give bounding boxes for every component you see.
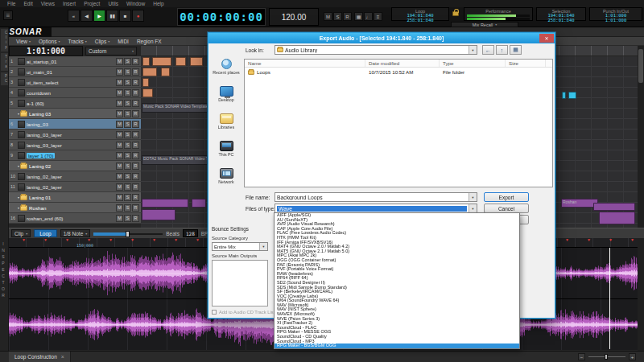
rtz-button[interactable]: «	[68, 10, 80, 22]
r-button[interactable]: R	[132, 89, 139, 97]
zoom-slider[interactable]	[588, 353, 625, 360]
source-outputs-listbox[interactable]	[212, 260, 268, 306]
m-button[interactable]: M	[116, 173, 123, 180]
clip[interactable]	[161, 68, 170, 76]
s-button[interactable]: S	[124, 194, 131, 201]
toolbar-icon-0[interactable]: ▦	[354, 12, 363, 21]
menu-tracks[interactable]: Tracks▾	[64, 39, 90, 44]
track-row[interactable]: 1ai_startup_01MSR	[9, 56, 141, 67]
loop-marker[interactable]: ▼	[152, 237, 156, 242]
column-header-name[interactable]: Name	[245, 60, 365, 67]
track-row[interactable]: 3ui_item_selectMSR	[9, 77, 141, 88]
s-button[interactable]: S	[124, 183, 131, 191]
folder-caret-icon[interactable]: ▾	[18, 112, 19, 116]
clip[interactable]	[142, 68, 157, 76]
clip[interactable]	[190, 57, 203, 66]
column-header-date-modified[interactable]: Date modified	[365, 60, 440, 67]
track-row[interactable]: ▾Laning 03MSR	[9, 109, 141, 119]
slice-resolution-menu[interactable]: 1/8 Note ▾	[60, 229, 91, 237]
m-button[interactable]: M	[116, 89, 123, 97]
folder-caret-icon[interactable]: ▾	[18, 164, 19, 168]
r-button[interactable]: R	[132, 142, 139, 149]
export-button[interactable]: Export	[484, 192, 529, 202]
m-button[interactable]: M	[116, 79, 123, 86]
source-category-select[interactable]: Entire Mix ▾	[212, 242, 268, 251]
beats-value[interactable]: 128	[183, 229, 198, 237]
lock-icon[interactable]	[452, 11, 459, 16]
menubar-item-views[interactable]: Views	[37, 0, 59, 7]
zoom-slider-thumb[interactable]	[605, 354, 608, 360]
file-row[interactable]: Loops10/7/2015 10:52 AMFile folder	[245, 68, 552, 76]
loop-marker[interactable]: ▼	[630, 237, 634, 242]
loop-marker[interactable]: ▼	[130, 237, 134, 242]
s-button[interactable]: S	[124, 58, 131, 65]
now-time-display[interactable]: 1:01:000	[9, 46, 83, 56]
folder-caret-icon[interactable]: ▾	[18, 195, 19, 200]
punch-module[interactable]: Punch In/Out 1:01:000 1:01:000	[589, 7, 642, 21]
m-button[interactable]: M	[116, 68, 123, 76]
column-header-size[interactable]: Size	[506, 60, 546, 67]
m-toggle-button[interactable]: M	[324, 12, 332, 21]
r-button[interactable]: R	[132, 58, 139, 65]
clip[interactable]	[142, 209, 175, 220]
r-button[interactable]: R	[132, 152, 139, 159]
file-list-body[interactable]: Loops10/7/2015 10:52 AMFile folder	[245, 68, 552, 76]
side-tab-tra[interactable]: Tra	[1, 53, 8, 71]
chevron-down-icon[interactable]: ▾	[259, 243, 267, 250]
s-toggle-button[interactable]: S	[333, 12, 342, 21]
tempo-display[interactable]: 120.00	[269, 8, 319, 26]
track-row[interactable]: ▾RoshanMSR	[9, 203, 141, 213]
track-row[interactable]: 5a-1 (60)MSR	[9, 98, 141, 109]
clip[interactable]: Music Pack SONAR Video Templates	[142, 103, 208, 113]
record-button[interactable]: ●	[132, 10, 144, 22]
s-button[interactable]: S	[124, 215, 131, 222]
slider-thumb[interactable]	[126, 231, 130, 237]
track-row[interactable]: 10laning_02_layerMSR	[9, 171, 141, 182]
s-button[interactable]: S	[124, 68, 131, 76]
track-row[interactable]: 11laning_02_layerMSR	[9, 182, 141, 192]
file-name-input[interactable]: Background Loops ▾	[275, 192, 477, 202]
loop-marker[interactable]: ▼	[65, 237, 69, 242]
look-in-select[interactable]: Audio Library ▾	[275, 45, 477, 55]
loop-marker[interactable]: ▼	[109, 237, 113, 242]
clip[interactable]	[192, 199, 206, 208]
loop-construction-tab[interactable]: Loop Construction ×	[9, 352, 71, 362]
r-button[interactable]: R	[132, 194, 139, 201]
place-pc[interactable]: This PC	[210, 141, 242, 157]
track-row[interactable]: 16roshan_end (60)MSR	[9, 213, 141, 224]
s-button[interactable]: S	[124, 173, 131, 180]
track-row[interactable]: 6laning_03MSR	[9, 119, 141, 130]
place-network[interactable]: Network	[210, 168, 242, 184]
loop-marker[interactable]: ▼	[609, 237, 613, 242]
up-folder-icon[interactable]: ↑	[496, 45, 508, 55]
r-button[interactable]: R	[132, 110, 139, 117]
hamburger-icon[interactable]: ≡	[3, 10, 13, 20]
m-button[interactable]: M	[116, 162, 123, 170]
track-row[interactable]: ▾Laning 01MSR	[9, 192, 141, 203]
pause-button[interactable]: ▮▮	[106, 10, 118, 22]
menu-options[interactable]: Options▾	[35, 39, 64, 44]
track-row[interactable]: 7laning_03_layerMSR	[9, 130, 141, 140]
column-header-type[interactable]: Type	[440, 60, 506, 67]
loop-marker[interactable]: ▼	[565, 237, 569, 242]
side-tab-pc[interactable]: PC	[1, 72, 8, 85]
dialog-titlebar[interactable]: Export Audio - [Selected 194:1.840 - 258…	[208, 33, 555, 43]
menu-region-fx[interactable]: Region FX	[133, 39, 166, 44]
m-button[interactable]: M	[116, 121, 123, 128]
m-button[interactable]: M	[116, 204, 123, 212]
menubar-item-file[interactable]: File	[3, 0, 19, 7]
m-button[interactable]: M	[116, 152, 123, 159]
s-button[interactable]: S	[124, 110, 131, 117]
loop-toggle-button[interactable]: Loop	[34, 229, 56, 237]
clip[interactable]	[568, 92, 576, 99]
place-libraries[interactable]: Libraries	[210, 113, 242, 130]
menubar-item-project[interactable]: Project	[80, 0, 104, 7]
menubar-item-utils[interactable]: Utils	[104, 0, 122, 7]
m-button[interactable]: M	[116, 215, 123, 222]
menubar-item-help[interactable]: Help	[149, 0, 167, 7]
inspector-tab[interactable]: INSPECTOR	[1, 241, 6, 299]
menu-clips[interactable]: Clips▾	[91, 39, 114, 44]
m-button[interactable]: M	[116, 100, 123, 107]
clip[interactable]	[142, 88, 153, 97]
preset-select[interactable]: Custom ▾	[85, 47, 137, 56]
